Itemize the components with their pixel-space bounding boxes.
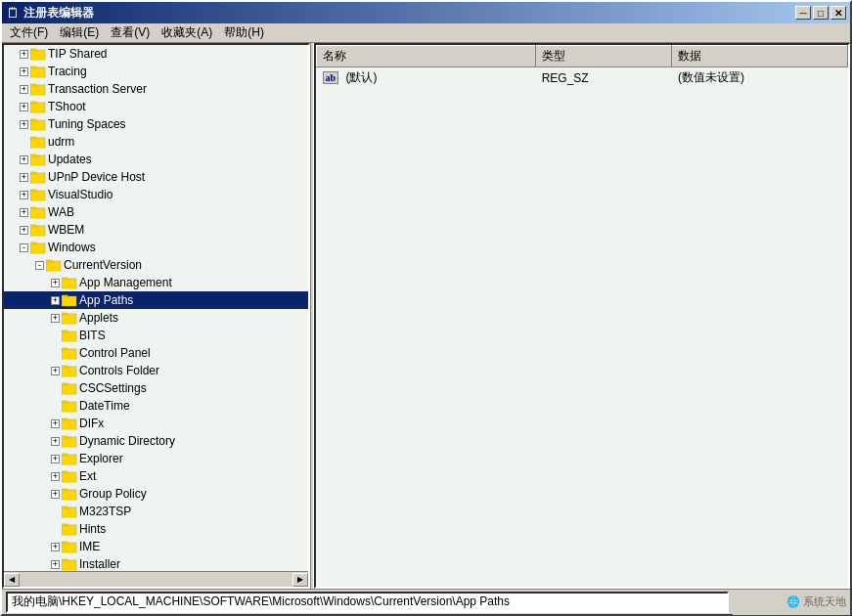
tree-node-installer[interactable]: + Installer bbox=[4, 555, 308, 571]
tree-scroll[interactable]: + TIP Shared + Trac bbox=[4, 45, 308, 571]
svg-rect-1 bbox=[30, 49, 36, 51]
tree-node-hints[interactable]: Hints bbox=[4, 520, 308, 538]
tree-panel: + TIP Shared + Trac bbox=[2, 43, 310, 589]
expand-app-paths[interactable]: + bbox=[51, 296, 60, 305]
svg-rect-5 bbox=[30, 84, 36, 86]
close-button[interactable]: ✕ bbox=[830, 6, 846, 20]
expand-installer[interactable]: + bbox=[51, 560, 60, 569]
tree-node-controls-folder[interactable]: + Controls Folder bbox=[4, 362, 308, 379]
svg-rect-14 bbox=[30, 173, 45, 183]
node-label-wab: WAB bbox=[48, 203, 74, 221]
row-name: ab (默认) bbox=[317, 67, 536, 89]
tree-node-control-panel[interactable]: Control Panel bbox=[4, 344, 308, 362]
folder-icon-tip-shared bbox=[30, 47, 46, 61]
row-data: (数值未设置) bbox=[672, 67, 848, 89]
hscroll-left[interactable]: ◀ bbox=[4, 573, 20, 587]
expand-tshoot[interactable]: + bbox=[20, 103, 28, 111]
col-data[interactable]: 数据 bbox=[672, 46, 848, 67]
expand-tip-shared[interactable]: + bbox=[20, 50, 28, 59]
expand-controls-folder[interactable]: + bbox=[51, 367, 60, 375]
svg-rect-39 bbox=[62, 383, 67, 385]
folder-icon-updates bbox=[30, 153, 46, 166]
expand-ext[interactable]: + bbox=[51, 472, 60, 481]
expand-visualstudio[interactable]: + bbox=[20, 191, 28, 199]
tree-node-explorer[interactable]: + Explorer bbox=[4, 450, 308, 467]
tree-node-windows[interactable]: - Windows bbox=[4, 239, 308, 256]
maximize-button[interactable]: □ bbox=[813, 6, 829, 20]
tree-node-transaction-server[interactable]: + Transaction Server bbox=[4, 80, 308, 98]
tree-hscrollbar[interactable]: ◀ ▶ bbox=[4, 571, 308, 587]
svg-rect-48 bbox=[62, 472, 76, 482]
expand-wbem[interactable]: + bbox=[20, 226, 28, 235]
registry-table: 名称 类型 数据 ab (默认) REG_SZ (数值未设置) bbox=[316, 45, 848, 89]
expand-group-policy[interactable]: + bbox=[51, 490, 60, 499]
tree-node-udrm[interactable]: udrm bbox=[4, 133, 308, 151]
tree-node-group-policy[interactable]: + Group Policy bbox=[4, 485, 308, 503]
tree-node-tuning-spaces[interactable]: + Tuning Spaces bbox=[4, 115, 308, 133]
menu-file[interactable]: 文件(F) bbox=[4, 22, 54, 43]
tree-node-tshoot[interactable]: + TShoot bbox=[4, 98, 308, 115]
tree-node-wbem[interactable]: + WBEM bbox=[4, 221, 308, 239]
svg-rect-4 bbox=[30, 85, 45, 95]
tree-node-wab[interactable]: + WAB bbox=[4, 203, 308, 221]
menu-favorites[interactable]: 收藏夹(A) bbox=[156, 22, 218, 43]
expand-currentversion[interactable]: - bbox=[35, 261, 44, 270]
expand-applets[interactable]: + bbox=[51, 314, 60, 323]
tree-node-datetime[interactable]: DateTime bbox=[4, 397, 308, 415]
tree-node-m323tsp[interactable]: M323TSP bbox=[4, 503, 308, 520]
expand-ime[interactable]: + bbox=[51, 543, 60, 551]
folder-icon-hints bbox=[62, 522, 77, 536]
folder-icon-ext bbox=[62, 469, 77, 483]
folder-icon-app-management bbox=[62, 276, 77, 289]
svg-rect-41 bbox=[62, 401, 67, 403]
expand-transaction-server[interactable]: + bbox=[20, 85, 28, 94]
expand-windows[interactable]: - bbox=[20, 243, 28, 252]
menu-edit[interactable]: 编辑(E) bbox=[54, 22, 105, 43]
expand-upnp[interactable]: + bbox=[20, 173, 28, 182]
menu-help[interactable]: 帮助(H) bbox=[218, 22, 270, 43]
tree-node-app-paths[interactable]: + App Paths bbox=[4, 291, 308, 309]
svg-rect-36 bbox=[62, 367, 76, 376]
tree-node-ext[interactable]: + Ext bbox=[4, 467, 308, 485]
tree-node-visualstudio[interactable]: + VisualStudio bbox=[4, 186, 308, 203]
svg-rect-11 bbox=[30, 137, 36, 139]
svg-rect-21 bbox=[30, 225, 36, 227]
tree-node-app-management[interactable]: + App Management bbox=[4, 274, 308, 291]
expand-updates[interactable]: + bbox=[20, 155, 28, 164]
svg-rect-34 bbox=[62, 349, 76, 359]
tree-node-tip-shared[interactable]: + TIP Shared bbox=[4, 45, 308, 63]
tree-node-applets[interactable]: + Applets bbox=[4, 309, 308, 327]
svg-rect-38 bbox=[62, 384, 76, 394]
expand-difx[interactable]: + bbox=[51, 419, 60, 428]
node-label-csc-settings: CSCSettings bbox=[79, 379, 147, 397]
tree-node-currentversion[interactable]: - CurrentVersion bbox=[4, 256, 308, 274]
expand-dynamic-directory[interactable]: + bbox=[51, 437, 60, 446]
menu-view[interactable]: 查看(V) bbox=[105, 22, 156, 43]
svg-rect-28 bbox=[62, 296, 76, 306]
folder-icon-applets bbox=[62, 311, 77, 325]
svg-rect-24 bbox=[46, 261, 61, 271]
minimize-button[interactable]: ─ bbox=[795, 6, 811, 20]
svg-rect-12 bbox=[30, 155, 45, 165]
expand-app-management[interactable]: + bbox=[51, 279, 60, 287]
expand-wab[interactable]: + bbox=[20, 208, 28, 217]
hscroll-right[interactable]: ▶ bbox=[292, 573, 308, 587]
tree-node-dynamic-directory[interactable]: + Dynamic Directory bbox=[4, 432, 308, 450]
svg-rect-23 bbox=[30, 242, 36, 244]
expand-tuning-spaces[interactable]: + bbox=[20, 120, 28, 129]
tree-node-upnp[interactable]: + UPnP Device Host bbox=[4, 168, 308, 186]
col-type[interactable]: 类型 bbox=[536, 46, 672, 67]
folder-icon-datetime bbox=[62, 399, 77, 413]
node-label-m323tsp: M323TSP bbox=[79, 503, 131, 520]
node-label-tracing: Tracing bbox=[48, 63, 87, 80]
col-name[interactable]: 名称 bbox=[317, 46, 536, 67]
tree-node-updates[interactable]: + Updates bbox=[4, 151, 308, 168]
tree-node-difx[interactable]: + DIFx bbox=[4, 415, 308, 432]
tree-node-bits[interactable]: BITS bbox=[4, 327, 308, 344]
tree-node-ime[interactable]: + IME bbox=[4, 538, 308, 555]
expand-explorer[interactable]: + bbox=[51, 455, 60, 463]
tree-node-tracing[interactable]: + Tracing bbox=[4, 63, 308, 80]
tree-node-csc-settings[interactable]: CSCSettings bbox=[4, 379, 308, 397]
table-row[interactable]: ab (默认) REG_SZ (数值未设置) bbox=[317, 67, 848, 89]
expand-tracing[interactable]: + bbox=[20, 67, 28, 76]
